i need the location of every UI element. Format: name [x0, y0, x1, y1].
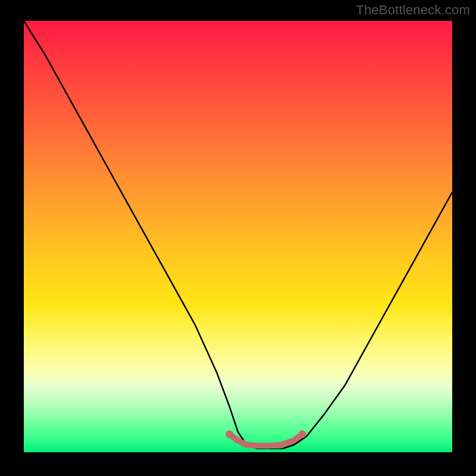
optimal-zone-end-dot	[299, 430, 306, 438]
plot-area	[24, 21, 452, 452]
chart-frame: TheBottleneck.com	[0, 0, 476, 476]
watermark-text: TheBottleneck.com	[356, 2, 470, 18]
bottleneck-curve	[24, 21, 452, 449]
optimal-zone-start-dot	[226, 430, 233, 438]
curve-layer	[24, 21, 452, 449]
